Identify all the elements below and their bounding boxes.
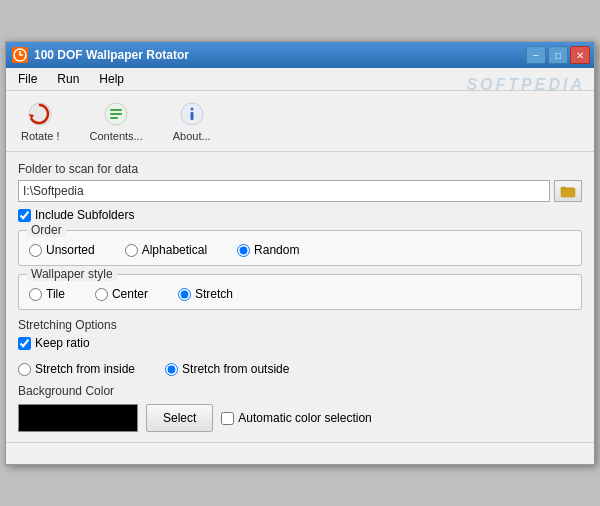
stretch-outside: Stretch from outside <box>165 362 289 376</box>
content-area: Folder to scan for data Include Subfolde… <box>6 152 594 442</box>
auto-color-label: Automatic color selection <box>238 411 371 425</box>
order-alphabetical-radio[interactable] <box>125 244 138 257</box>
wallpaper-style-title: Wallpaper style <box>27 267 117 281</box>
order-group-title: Order <box>27 223 66 237</box>
svg-rect-9 <box>190 112 193 120</box>
style-stretch: Stretch <box>178 287 233 301</box>
order-unsorted-label: Unsorted <box>46 243 95 257</box>
keep-ratio-checkbox[interactable] <box>18 337 31 350</box>
maximize-button[interactable]: □ <box>548 46 568 64</box>
order-unsorted-radio[interactable] <box>29 244 42 257</box>
menu-run[interactable]: Run <box>49 70 87 88</box>
stretching-section: Stretching Options Keep ratio Stretch fr… <box>18 318 582 376</box>
include-subfolders-label: Include Subfolders <box>35 208 134 222</box>
stretch-outside-radio[interactable] <box>165 363 178 376</box>
stretch-inside: Stretch from inside <box>18 362 135 376</box>
about-icon <box>178 100 206 128</box>
stretch-inside-label: Stretch from inside <box>35 362 135 376</box>
svg-rect-11 <box>561 187 566 189</box>
title-bar-buttons: − □ ✕ <box>526 46 590 64</box>
style-tile-label: Tile <box>46 287 65 301</box>
status-bar <box>6 442 594 464</box>
bg-color-title: Background Color <box>18 384 582 398</box>
style-stretch-label: Stretch <box>195 287 233 301</box>
style-center-label: Center <box>112 287 148 301</box>
style-center-radio[interactable] <box>95 288 108 301</box>
window-title: 100 DOF Wallpaper Rotator <box>34 48 189 62</box>
close-button[interactable]: ✕ <box>570 46 590 64</box>
style-tile: Tile <box>29 287 65 301</box>
title-bar-left: 100 DOF Wallpaper Rotator <box>12 47 189 63</box>
about-button[interactable]: About... <box>166 97 218 145</box>
browse-icon <box>560 184 576 198</box>
color-swatch[interactable] <box>18 404 138 432</box>
svg-rect-10 <box>561 188 575 197</box>
minimize-button[interactable]: − <box>526 46 546 64</box>
main-window: 100 DOF Wallpaper Rotator − □ ✕ File Run… <box>5 41 595 465</box>
wallpaper-style-radio-group: Tile Center Stretch <box>29 283 571 301</box>
order-radio-group: Unsorted Alphabetical Random <box>29 239 571 257</box>
background-color-section: Background Color Select Automatic color … <box>18 384 582 432</box>
contents-label: Contents... <box>90 130 143 142</box>
folder-row <box>18 180 582 202</box>
keep-ratio-label: Keep ratio <box>35 336 90 350</box>
svg-point-8 <box>190 108 193 111</box>
order-groupbox: Order Unsorted Alphabetical Random <box>18 230 582 266</box>
svg-rect-4 <box>110 109 122 111</box>
toolbar: Rotate ! Contents... <box>6 91 594 152</box>
select-color-button[interactable]: Select <box>146 404 213 432</box>
auto-color-row: Automatic color selection <box>221 411 371 425</box>
browse-button[interactable] <box>554 180 582 202</box>
rotate-icon <box>26 100 54 128</box>
menu-file[interactable]: File <box>10 70 45 88</box>
stretch-inside-radio[interactable] <box>18 363 31 376</box>
stretching-title: Stretching Options <box>18 318 582 332</box>
order-alphabetical: Alphabetical <box>125 243 207 257</box>
style-stretch-radio[interactable] <box>178 288 191 301</box>
include-subfolders-checkbox[interactable] <box>18 209 31 222</box>
style-center: Center <box>95 287 148 301</box>
svg-rect-5 <box>110 113 122 115</box>
contents-icon <box>102 100 130 128</box>
about-label: About... <box>173 130 211 142</box>
menu-help[interactable]: Help <box>91 70 132 88</box>
keep-ratio-row: Keep ratio <box>18 336 582 350</box>
contents-button[interactable]: Contents... <box>83 97 150 145</box>
title-bar: 100 DOF Wallpaper Rotator − □ ✕ <box>6 42 594 68</box>
style-tile-radio[interactable] <box>29 288 42 301</box>
bg-color-row: Select Automatic color selection <box>18 404 582 432</box>
rotate-button[interactable]: Rotate ! <box>14 97 67 145</box>
wallpaper-style-groupbox: Wallpaper style Tile Center Stretch <box>18 274 582 310</box>
order-alphabetical-label: Alphabetical <box>142 243 207 257</box>
folder-label: Folder to scan for data <box>18 162 582 176</box>
stretch-direction-group: Stretch from inside Stretch from outside <box>18 358 582 376</box>
stretch-outside-label: Stretch from outside <box>182 362 289 376</box>
folder-input[interactable] <box>18 180 550 202</box>
menu-bar: File Run Help <box>6 68 594 91</box>
app-icon <box>12 47 28 63</box>
order-random-radio[interactable] <box>237 244 250 257</box>
order-random: Random <box>237 243 299 257</box>
include-subfolders-row: Include Subfolders <box>18 208 582 222</box>
svg-rect-6 <box>110 117 118 119</box>
order-random-label: Random <box>254 243 299 257</box>
rotate-label: Rotate ! <box>21 130 60 142</box>
auto-color-checkbox[interactable] <box>221 412 234 425</box>
order-unsorted: Unsorted <box>29 243 95 257</box>
